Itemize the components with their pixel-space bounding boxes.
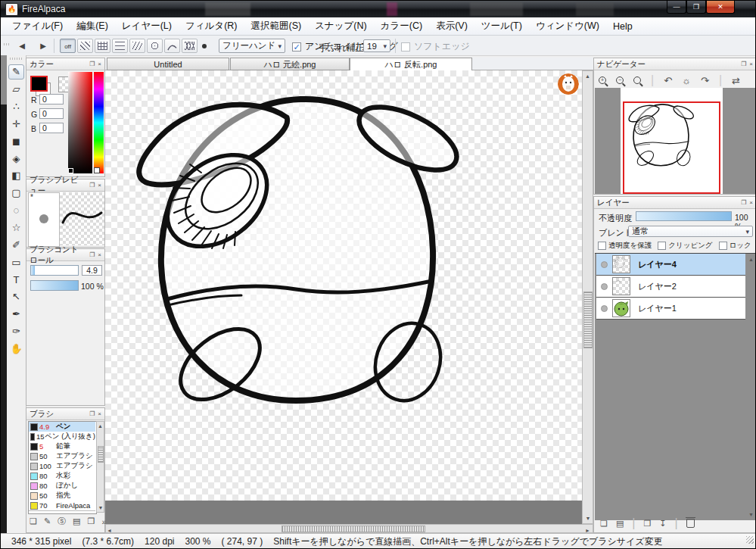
close-panel-icon[interactable]: × [749,61,753,67]
duplicate-layer-icon[interactable]: ❐ [643,519,651,529]
brush-row[interactable]: 50 指先 [29,491,95,501]
brush-row[interactable]: 100 エアブラシ [29,461,95,472]
tool-fill[interactable]: ◼ [8,134,24,149]
brush-size-value[interactable]: 4.9 [82,265,102,276]
antialias-checkbox[interactable]: ✓ [292,42,301,51]
brush-row[interactable]: 70 FireAlpaca [29,501,95,511]
menu-help[interactable]: Help [606,19,639,34]
foreground-color-swatch[interactable] [30,76,48,92]
snap-vanishing-button[interactable] [129,39,145,53]
menu-snap[interactable]: スナップ(N) [308,17,374,35]
close-panel-icon[interactable]: × [749,199,753,206]
flip-icon[interactable]: ⇄ [732,75,740,86]
maximize-button[interactable]: ❐ [686,1,706,14]
brush-scroll-thumb[interactable] [98,446,104,463]
close-panel-icon[interactable]: × [98,61,101,67]
tool-move[interactable]: ✛ [8,117,24,132]
menu-view[interactable]: 表示(V) [429,17,474,35]
brush-opacity-slider[interactable] [30,280,79,291]
brush-row[interactable]: 15 ペン (入り抜き) [29,432,95,442]
next-canvas-button[interactable]: ▶ [36,39,51,52]
brush-panel-header[interactable]: ブラシ ❐ × [26,408,104,420]
tool-lasso[interactable]: ◌ [8,203,24,218]
tool-hand[interactable]: ✋ [8,342,24,357]
brush-control-header[interactable]: ブラシコントロール ❐ × [26,249,104,261]
toolbar-drag-handle[interactable] [4,43,10,45]
brush-preview-header[interactable]: ブラシプレビュー ❐ × [26,179,104,192]
float-panel-icon[interactable]: ❐ [89,182,95,189]
brush-list-scrollbar[interactable]: ▲ ▼ [96,421,104,513]
close-button[interactable]: ✕ [706,1,735,14]
scroll-down-icon[interactable]: ▼ [748,510,754,519]
delete-layer-icon[interactable] [686,519,695,528]
canvas-hscroll-thumb[interactable] [282,526,425,532]
canvas-vscrollbar[interactable]: ▲ ▼ [582,70,593,524]
title-bar[interactable] [1,1,756,17]
canvas-hscrollbar[interactable]: ◄ ► [105,524,593,533]
blend-dropdown[interactable]: 通常 ▾ [628,226,753,237]
tool-select-pen[interactable]: ✐ [8,238,24,253]
snap-off-button[interactable]: off [60,39,76,53]
r-input[interactable]: 0 [39,94,64,104]
tab-untitled[interactable]: Untitled [107,58,229,70]
float-panel-icon[interactable]: ❐ [89,410,95,417]
stabilizer-dropdown[interactable]: 19 ▾ [363,39,390,52]
new-folder-icon[interactable]: ▤ [616,519,624,529]
layer-opacity-slider[interactable] [636,211,732,221]
reset-rotation-icon[interactable]: ☼ [682,75,691,86]
edit-brush-icon[interactable]: ✎ [44,516,51,526]
toolstrip-drag-handle[interactable] [10,58,23,60]
navigator-view-rect[interactable] [623,101,720,194]
float-panel-icon[interactable]: ❐ [89,61,95,67]
brush-row[interactable]: 5 鉛筆 [29,441,95,452]
brush-folder-icon[interactable]: ▤ [73,516,80,526]
tool-pen-nib[interactable]: ✒ [8,307,24,322]
menu-layer[interactable]: レイヤー(L) [115,17,179,35]
navigator-header[interactable]: ナビゲーター ❐ × [594,58,756,70]
soft-edge-option[interactable]: ソフトエッジ [401,40,470,53]
snap-concentric-button[interactable] [147,39,163,53]
snap-parallel-button[interactable] [77,39,93,53]
snap-curve-button[interactable] [164,39,180,53]
saturation-value-picker[interactable] [68,72,92,173]
float-panel-icon[interactable]: ❐ [741,61,746,67]
menu-edit[interactable]: 編集(E) [70,17,115,35]
tool-operation[interactable]: ↖ [8,289,24,304]
duplicate-brush-icon[interactable]: ❐ [88,516,95,526]
g-input[interactable]: 0 [39,108,64,119]
color-panel-header[interactable]: カラー ❐ × [26,58,104,70]
canvas-viewport[interactable] [105,70,582,524]
tool-bucket[interactable]: ◈ [8,151,24,167]
visibility-dot-icon[interactable] [601,261,608,268]
brush-row[interactable]: 50 エアブラシ [29,451,95,462]
script-brush-icon[interactable]: ⓢ [58,516,66,527]
scroll-down-icon[interactable]: ▼ [583,514,593,522]
prev-canvas-button[interactable]: ◀ [14,39,30,52]
scroll-down-icon[interactable]: ▼ [97,504,104,512]
snap-grid-button[interactable] [95,39,110,53]
brush-row[interactable]: 80 水彩 [29,471,95,482]
tool-select-eraser[interactable]: ▭ [8,255,24,270]
canvas-vscroll-thumb[interactable] [583,292,593,348]
menu-filter[interactable]: フィルタ(R) [179,17,244,35]
scroll-up-icon[interactable]: ▲ [97,422,104,430]
tool-magic-wand[interactable]: ☆ [8,220,24,236]
tool-dot[interactable]: ∴ [8,99,24,114]
layer-row-2[interactable]: レイヤー2 [596,276,745,298]
snap-perspective-button[interactable] [182,39,198,53]
brush-row[interactable]: 80 ぼかし [29,481,95,491]
float-panel-icon[interactable]: ❐ [741,199,746,206]
lock-checkbox[interactable] [719,242,727,250]
snap-point-icon[interactable] [202,44,207,48]
visibility-dot-icon[interactable] [601,305,608,312]
float-panel-icon[interactable]: ❐ [89,251,95,258]
zoom-out-icon[interactable]: − [616,76,624,84]
menu-file[interactable]: ファイル(F) [5,17,70,35]
tool-select-rect[interactable]: ▢ [8,186,24,201]
snap-horizontal-button[interactable] [112,39,128,53]
resize-grip[interactable] [746,536,754,544]
b-input[interactable]: 0 [39,123,64,133]
tab-original-image[interactable]: ハロ 元絵.png [230,58,350,70]
rotate-ccw-icon[interactable]: ↶ [664,75,672,86]
brush-mode-dropdown[interactable]: フリーハンド ▾ [219,39,285,53]
